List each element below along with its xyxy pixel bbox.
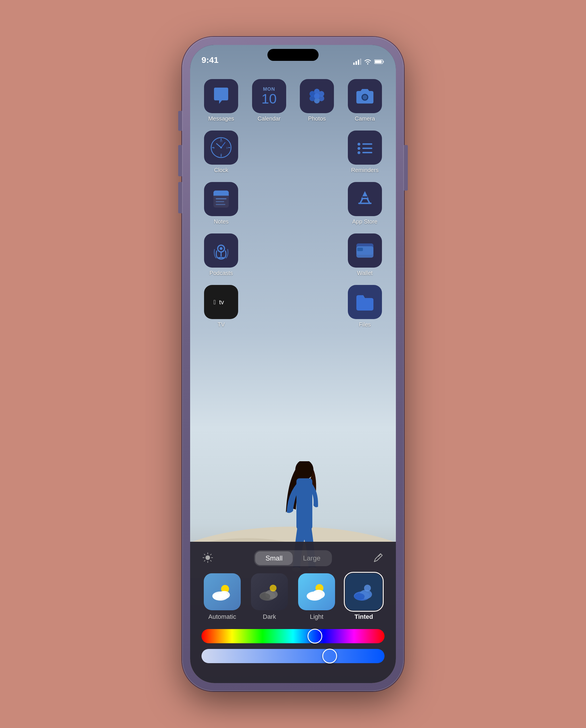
svg-rect-46: [216, 204, 225, 205]
svg-point-50: [220, 247, 222, 250]
signal-icon: [353, 58, 361, 65]
calendar-date: 10: [262, 92, 276, 106]
power-button[interactable]: [404, 145, 408, 191]
svg-point-71: [213, 593, 223, 600]
app-appstore-label: App Store: [352, 218, 377, 225]
svg-rect-45: [216, 201, 224, 202]
svg-line-63: [204, 554, 205, 555]
style-tinted-label: Tinted: [354, 613, 373, 621]
brightness-control[interactable]: [202, 551, 214, 565]
app-calendar-label: Calendar: [258, 116, 281, 122]
svg-rect-44: [216, 198, 227, 199]
size-small-btn[interactable]: Small: [255, 551, 293, 565]
svg-rect-43: [213, 194, 229, 196]
phone-screen: 9:41: [190, 45, 396, 683]
style-automatic-preview: [204, 573, 241, 610]
mute-button[interactable]: [178, 111, 182, 131]
volume-down-button[interactable]: [178, 182, 182, 213]
app-notes[interactable]: Notes: [202, 182, 241, 225]
svg-rect-7: [353, 62, 355, 65]
style-dark-label: Dark: [263, 613, 276, 621]
style-light-label: Light: [310, 613, 323, 621]
app-photos-label: Photos: [308, 116, 326, 122]
app-reminders-label: Reminders: [351, 167, 378, 173]
app-wallet[interactable]: Wallet: [345, 233, 385, 276]
svg-rect-40: [362, 152, 372, 153]
svg-text:: : [213, 299, 216, 306]
style-light-preview: [298, 573, 335, 610]
app-camera[interactable]: Camera: [345, 79, 385, 122]
svg-text:tv: tv: [219, 299, 224, 306]
style-tinted[interactable]: Tinted: [343, 573, 384, 621]
size-large-btn[interactable]: Large: [293, 551, 330, 565]
svg-point-83: [364, 585, 371, 592]
svg-point-79: [307, 593, 317, 600]
wifi-icon: [364, 59, 371, 65]
svg-point-35: [357, 143, 361, 146]
volume-up-button[interactable]: [178, 145, 182, 176]
hue-slider-container: [202, 629, 384, 643]
svg-rect-9: [358, 60, 359, 65]
app-messages[interactable]: Messages: [202, 79, 241, 122]
saturation-slider-thumb[interactable]: [322, 649, 337, 663]
eyedropper-control[interactable]: [372, 551, 384, 565]
phone-frame: 9:41: [182, 37, 404, 691]
app-files[interactable]: Files: [345, 285, 385, 328]
style-options: Automatic Dark: [202, 573, 384, 621]
style-light[interactable]: Light: [296, 573, 337, 621]
panel-controls: Small Large: [202, 550, 384, 566]
app-grid: Messages MON 10 Calendar: [190, 73, 396, 333]
svg-point-74: [260, 593, 270, 600]
app-clock[interactable]: 12 3 6 9 Clock: [202, 130, 241, 173]
app-tv[interactable]:  tv TV: [202, 285, 241, 328]
app-tv-label: TV: [217, 321, 225, 328]
app-clock-label: Clock: [214, 167, 228, 173]
svg-point-75: [270, 585, 276, 592]
app-messages-label: Messages: [208, 116, 234, 122]
app-podcasts[interactable]: Podcasts: [202, 233, 241, 276]
style-automatic-label: Automatic: [208, 613, 236, 621]
size-toggle: Small Large: [254, 550, 331, 566]
saturation-slider-track[interactable]: [202, 649, 384, 663]
svg-rect-55: [357, 248, 363, 251]
app-camera-label: Camera: [355, 116, 375, 122]
style-dark[interactable]: Dark: [249, 573, 290, 621]
svg-line-64: [210, 560, 211, 561]
dynamic-island: [267, 49, 319, 61]
status-icons: [353, 58, 384, 65]
svg-rect-38: [362, 143, 372, 145]
svg-rect-39: [362, 148, 372, 149]
style-dark-preview: [251, 573, 288, 610]
svg-point-20: [314, 93, 320, 99]
svg-line-66: [204, 560, 205, 561]
svg-line-32: [217, 144, 221, 148]
svg-point-58: [206, 555, 210, 560]
app-wallet-label: Wallet: [357, 270, 373, 276]
svg-point-37: [357, 151, 361, 154]
battery-icon: [374, 59, 384, 64]
app-reminders[interactable]: Reminders: [345, 130, 385, 173]
app-podcasts-label: Podcasts: [209, 270, 233, 276]
svg-rect-13: [375, 60, 382, 63]
app-calendar[interactable]: MON 10 Calendar: [249, 79, 289, 122]
svg-text:6: 6: [220, 153, 222, 156]
svg-point-34: [220, 147, 222, 148]
app-notes-label: Notes: [214, 218, 229, 225]
svg-text:3: 3: [226, 147, 228, 149]
app-photos[interactable]: Photos: [297, 79, 337, 122]
hue-slider-track[interactable]: [202, 629, 384, 643]
bottom-panel: Small Large: [190, 542, 396, 683]
svg-rect-10: [360, 58, 361, 65]
svg-text:9: 9: [213, 147, 215, 149]
svg-rect-12: [383, 61, 384, 62]
style-automatic[interactable]: Automatic: [202, 573, 243, 621]
svg-rect-8: [355, 61, 357, 65]
svg-line-65: [210, 554, 211, 555]
hue-slider-thumb[interactable]: [308, 629, 322, 644]
svg-rect-4: [296, 478, 312, 529]
style-tinted-preview: [345, 573, 382, 610]
svg-point-36: [357, 147, 361, 150]
svg-text:12: 12: [220, 140, 222, 143]
svg-point-82: [354, 593, 365, 600]
app-appstore[interactable]: App Store: [345, 182, 385, 225]
